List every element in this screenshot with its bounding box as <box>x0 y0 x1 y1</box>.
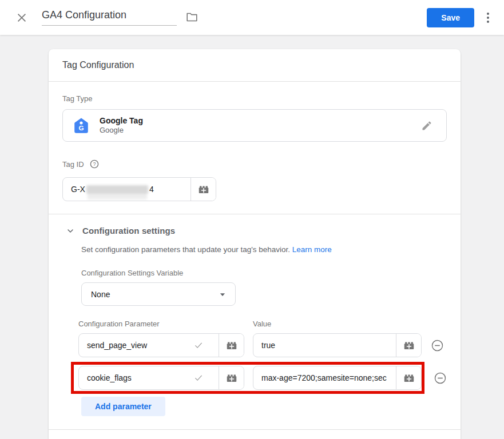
help-icon[interactable]: ? <box>89 158 100 170</box>
edit-pencil-icon[interactable] <box>420 119 434 133</box>
tag-id-prefix: G-X <box>71 185 85 194</box>
more-vertical-icon[interactable] <box>483 10 493 25</box>
config-variable-select[interactable]: None <box>81 282 236 306</box>
param-name-input[interactable]: cookie_flags <box>79 366 219 389</box>
tag-id-label-row: Tag ID ? <box>62 158 447 170</box>
google-tag-icon: G <box>73 117 90 134</box>
description-text: Set configuration parameters that update… <box>81 245 290 254</box>
remove-minus-circle-icon[interactable] <box>430 338 445 353</box>
shared-event-settings-header[interactable]: Shared event settings <box>49 430 461 439</box>
tag-configuration-card: Tag Configuration Tag Type G Google Tag … <box>49 49 461 439</box>
folder-icon[interactable] <box>185 11 199 26</box>
variable-brick-plus-icon[interactable] <box>219 334 244 357</box>
param-value-text: max-age=7200;samesite=none;sec <box>261 373 395 382</box>
tag-name-input[interactable] <box>42 9 177 26</box>
variable-brick-plus-icon[interactable] <box>191 178 216 201</box>
tag-id-suffix: 4 <box>149 185 154 194</box>
learn-more-link[interactable]: Learn more <box>292 245 332 254</box>
tag-type-vendor: Google <box>100 126 143 135</box>
parameter-row: send_page_view true <box>78 333 447 357</box>
param-value-text: true <box>261 341 388 350</box>
tag-id-input[interactable]: G-X4 <box>63 178 191 201</box>
tag-id-label: Tag ID <box>62 160 84 169</box>
variable-brick-plus-icon[interactable] <box>219 366 244 389</box>
value-column-header: Value <box>253 320 271 328</box>
variable-label: Configuration Settings Variable <box>81 269 447 277</box>
tag-type-label: Tag Type <box>62 94 447 103</box>
variable-brick-plus-icon[interactable] <box>396 334 421 357</box>
variable-brick-plus-icon[interactable] <box>396 366 421 389</box>
add-parameter-button[interactable]: Add parameter <box>81 397 165 416</box>
config-settings-header[interactable]: Configuration settings <box>49 214 461 236</box>
red-highlight-annotation: cookie_flags max-age=7200;samesite=none;… <box>71 362 424 394</box>
tag-type-card[interactable]: G Google Tag Google <box>62 109 447 142</box>
param-name-value: cookie_flags <box>87 373 193 382</box>
remove-minus-circle-icon[interactable] <box>432 370 448 386</box>
config-settings-description: Set configuration parameters that update… <box>81 245 447 254</box>
chevron-down-icon <box>66 226 75 236</box>
svg-text:G: G <box>78 124 84 131</box>
param-column-header: Configuration Parameter <box>78 320 253 328</box>
checkmark-icon <box>193 373 204 383</box>
dropdown-caret-icon <box>217 289 228 300</box>
param-name-value: send_page_view <box>87 341 193 350</box>
tag-type-name: Google Tag <box>100 116 143 126</box>
top-bar: Save <box>0 0 504 35</box>
redacted-blur <box>86 185 148 194</box>
checkmark-icon <box>193 340 204 350</box>
close-icon[interactable] <box>14 10 29 25</box>
save-button[interactable]: Save <box>427 8 474 27</box>
param-value-input[interactable]: max-age=7200;samesite=none;sec <box>253 366 396 389</box>
param-value-input[interactable]: true <box>253 334 396 357</box>
svg-text:?: ? <box>93 161 96 167</box>
config-settings-title: Configuration settings <box>82 226 175 236</box>
card-title: Tag Configuration <box>62 60 447 70</box>
parameter-row: cookie_flags max-age=7200;samesite=none;… <box>78 362 447 394</box>
parameter-table: Configuration Parameter Value send_page_… <box>78 320 447 416</box>
selected-variable: None <box>91 290 217 299</box>
tag-id-group: G-X4 <box>62 177 216 201</box>
param-name-input[interactable]: send_page_view <box>79 334 219 357</box>
